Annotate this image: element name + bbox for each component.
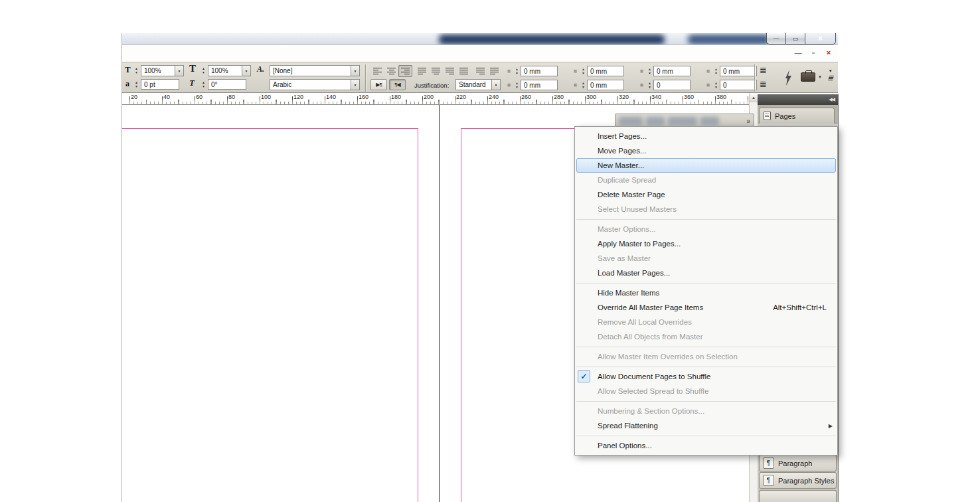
drop-cap-lines-stepper[interactable]: ▲▼ — [647, 80, 653, 90]
doc-close-button[interactable]: × — [824, 48, 833, 56]
collapse-dock-icon[interactable]: ◀◀ — [829, 97, 835, 102]
space-before-input[interactable]: 0 mm — [653, 66, 691, 76]
menubar: — ▫ × — [122, 45, 838, 62]
panel-menu-icon[interactable]: ▼≣ — [827, 69, 833, 82]
character-style-combo[interactable]: [None] ▼ — [270, 65, 360, 76]
pages-panel-tab[interactable]: Pages — [759, 108, 835, 124]
blurred-button[interactable] — [619, 117, 643, 126]
menu-item-duplicate-spread[interactable]: Duplicate Spread — [575, 173, 837, 187]
first-line-indent-stepper[interactable]: ▲▼ — [514, 80, 520, 90]
last-line-indent-stepper[interactable]: ▲▼ — [580, 80, 586, 90]
right-indent-stepper[interactable]: ▲▼ — [580, 66, 586, 76]
dock-panel-paragraph-styles[interactable]: ¶Paragraph Styles — [759, 472, 837, 489]
blurred-button[interactable] — [646, 117, 665, 126]
last-line-indent-input[interactable]: 0 mm — [587, 80, 624, 90]
menu-item-spread-flattening[interactable]: Spread Flattening▶ — [575, 418, 837, 433]
baseline-shift-stepper[interactable]: ▲▼ — [133, 79, 139, 89]
menu-item-new-master[interactable]: New Master... — [576, 158, 836, 173]
dock-header[interactable]: ◀◀ — [758, 94, 838, 105]
menu-item-apply-master-to-pages[interactable]: Apply Master to Pages... — [575, 236, 837, 251]
dropdown-arrow-icon[interactable]: ▼ — [351, 79, 360, 90]
stepper-down-icon[interactable]: ▼ — [580, 85, 586, 89]
menu-item-allow-document-pages-to-shuffle[interactable]: ✓Allow Document Pages to Shuffle — [575, 369, 837, 384]
menu-item-master-options[interactable]: Master Options... — [575, 222, 837, 236]
stepper-down-icon[interactable]: ▼ — [580, 71, 586, 75]
dropdown-arrow-icon[interactable]: ▼ — [242, 65, 251, 76]
collapsed-panel-partial[interactable] — [759, 490, 837, 502]
paragraph-direction-rtl-button[interactable]: ¶◀ — [389, 79, 406, 90]
justify-last-left-button[interactable] — [415, 65, 429, 77]
bullet-list-icon[interactable]: ≣ — [760, 66, 767, 75]
scroll-up-icon[interactable]: ▲ — [750, 93, 758, 102]
align-right-button[interactable] — [398, 65, 412, 77]
menu-item-move-pages[interactable]: Move Pages... — [575, 143, 837, 158]
overflow-icon[interactable]: » — [746, 118, 750, 125]
paragraph-direction-ltr-button[interactable]: ▶¶ — [370, 79, 387, 90]
align-left-button[interactable] — [370, 65, 384, 77]
menu-item-allow-selected-spread-to-shuffle[interactable]: Allow Selected Spread to Shuffle — [575, 384, 837, 398]
blurred-button[interactable] — [668, 117, 697, 126]
align-away-spine-button[interactable] — [487, 65, 501, 77]
left-indent-stepper[interactable]: ▲▼ — [514, 66, 520, 76]
menu-item-select-unused-masters[interactable]: Select Unused Masters — [575, 202, 837, 216]
menu-item-insert-pages[interactable]: Insert Pages... — [575, 129, 837, 143]
drop-cap-characters-input[interactable]: 0 — [720, 80, 757, 90]
justify-last-right-button[interactable] — [443, 65, 457, 77]
language-combo[interactable]: Arabic ▼ — [270, 79, 360, 90]
doc-minimize-button[interactable]: — — [793, 48, 803, 56]
doc-restore-button[interactable]: ▫ — [809, 48, 818, 56]
skew-stepper[interactable]: ▲▼ — [201, 79, 206, 89]
stepper-down-icon[interactable]: ▼ — [647, 85, 653, 89]
align-center-button[interactable] — [384, 65, 398, 77]
horizontal-scale-stepper[interactable]: ▲▼ — [201, 65, 206, 75]
space-after-input[interactable]: 0 mm — [720, 66, 757, 76]
briefcase-dropdown-arrow-icon[interactable]: ▼ — [818, 75, 822, 79]
drop-cap-lines-input[interactable]: 0 — [653, 80, 691, 90]
drop-cap-characters-stepper[interactable]: ▲▼ — [713, 80, 719, 90]
dropdown-arrow-icon[interactable]: ▼ — [491, 79, 501, 90]
menu-item-hide-master-items[interactable]: Hide Master Items — [575, 286, 837, 300]
menu-item-delete-master-page[interactable]: Delete Master Page — [575, 187, 837, 202]
ruler-label: 260 — [521, 94, 531, 100]
menu-item-override-all-master-page-items[interactable]: Override All Master Page ItemsAlt+Shift+… — [575, 300, 837, 315]
left-indent-input[interactable]: 0 mm — [521, 66, 558, 76]
menu-item-save-as-master[interactable]: Save as Master — [575, 251, 837, 266]
first-line-indent-input[interactable]: 0 mm — [521, 80, 558, 90]
menu-item-numbering-section-options[interactable]: Numbering & Section Options... — [575, 404, 837, 418]
justify-last-center-button[interactable] — [429, 65, 443, 77]
skew-input[interactable]: 0° — [208, 79, 246, 90]
stepper-down-icon[interactable]: ▼ — [713, 85, 719, 89]
minimize-button[interactable]: — — [766, 33, 786, 44]
justify-all-button[interactable] — [457, 65, 471, 77]
quick-apply-icon[interactable] — [784, 70, 793, 87]
blurred-button[interactable] — [700, 117, 719, 126]
justification-combo[interactable]: Standard ▼ — [455, 79, 501, 90]
stepper-down-icon[interactable]: ▼ — [647, 71, 653, 75]
space-before-stepper[interactable]: ▲▼ — [647, 66, 653, 76]
stepper-down-icon[interactable]: ▼ — [713, 71, 719, 75]
menu-item-detach-all-objects-from-master[interactable]: Detach All Objects from Master — [575, 329, 837, 344]
maximize-button[interactable]: ▭ — [785, 33, 805, 44]
titlebar[interactable] — [122, 33, 838, 45]
dropdown-arrow-icon[interactable]: ▼ — [351, 65, 360, 76]
space-after-stepper[interactable]: ▲▼ — [713, 66, 719, 76]
menu-item-load-master-pages[interactable]: Load Master Pages... — [575, 266, 837, 280]
menu-item-allow-master-item-overrides-on-selection[interactable]: Allow Master Item Overrides on Selection — [575, 349, 837, 364]
vertical-scale-stepper[interactable]: ▲▼ — [133, 65, 139, 75]
dock-panel-paragraph[interactable]: ¶Paragraph — [759, 455, 837, 471]
menu-item-remove-all-local-overrides[interactable]: Remove All Local Overrides — [575, 315, 837, 329]
numbered-list-icon[interactable]: ≣ — [760, 80, 767, 89]
baseline-shift-input[interactable]: 0 pt — [141, 79, 179, 90]
align-towards-spine-button[interactable] — [473, 65, 487, 77]
horizontal-ruler[interactable]: 2040608010012014016018020022024026028030… — [122, 93, 749, 105]
stepper-down-icon[interactable]: ▼ — [514, 71, 520, 75]
vertical-scale-combo[interactable]: 100% ▼ — [141, 65, 184, 76]
briefcase-icon[interactable] — [801, 72, 815, 82]
horizontal-scale-combo[interactable]: 100% ▼ — [208, 65, 251, 76]
right-indent-input[interactable]: 0 mm — [587, 66, 624, 76]
drop-cap-lines-icon: ≡ — [637, 82, 646, 88]
stepper-down-icon[interactable]: ▼ — [514, 85, 520, 89]
dropdown-arrow-icon[interactable]: ▼ — [175, 65, 184, 76]
close-button[interactable]: × — [805, 33, 836, 44]
menu-item-panel-options[interactable]: Panel Options... — [575, 438, 837, 453]
